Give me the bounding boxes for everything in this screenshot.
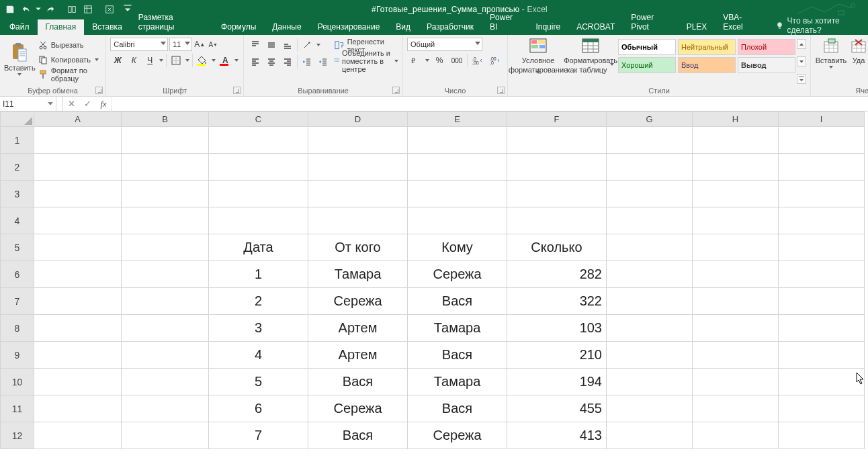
insert-function-button[interactable]: fx bbox=[95, 99, 112, 109]
cell-G11[interactable] bbox=[607, 395, 693, 422]
row-header-7[interactable]: 7 bbox=[1, 288, 34, 315]
cell-C8[interactable]: 3 bbox=[209, 315, 308, 342]
cell-C5[interactable]: Дата bbox=[209, 234, 308, 261]
tab-developer[interactable]: Разработчик bbox=[419, 19, 482, 35]
number-format-combo[interactable]: Общий bbox=[407, 38, 482, 51]
chevron-down-icon[interactable] bbox=[159, 59, 164, 62]
select-all-corner[interactable] bbox=[1, 112, 34, 127]
cell-H6[interactable] bbox=[693, 261, 779, 288]
cell-H2[interactable] bbox=[693, 154, 779, 181]
cell-A9[interactable] bbox=[34, 342, 122, 369]
cell-H10[interactable] bbox=[693, 369, 779, 395]
cell-G8[interactable] bbox=[607, 315, 693, 342]
row-header-2[interactable]: 2 bbox=[1, 154, 34, 181]
cell-G10[interactable] bbox=[607, 369, 693, 395]
cell-I9[interactable] bbox=[779, 342, 865, 369]
style-cell-4[interactable]: Ввод bbox=[678, 57, 736, 73]
percent-button[interactable]: % bbox=[431, 53, 447, 68]
column-header-C[interactable]: C bbox=[209, 112, 308, 127]
chevron-down-icon[interactable] bbox=[316, 44, 321, 46]
cell-I1[interactable] bbox=[779, 127, 865, 154]
italic-button[interactable]: К bbox=[126, 53, 141, 68]
cell-B4[interactable] bbox=[122, 207, 209, 234]
cell-I11[interactable] bbox=[779, 395, 865, 422]
dialog-launcher-icon[interactable] bbox=[233, 87, 241, 94]
cell-D8[interactable]: Артем bbox=[308, 315, 408, 342]
cell-E8[interactable]: Тамара bbox=[408, 315, 507, 342]
cell-C12[interactable]: 7 bbox=[209, 422, 308, 449]
cell-F5[interactable]: Сколько bbox=[507, 234, 607, 261]
row-header-3[interactable]: 3 bbox=[1, 181, 34, 207]
dialog-launcher-icon[interactable] bbox=[497, 87, 505, 94]
align-middle-button[interactable] bbox=[264, 38, 279, 52]
cell-A11[interactable] bbox=[34, 395, 122, 422]
cell-E12[interactable]: Сережа bbox=[408, 422, 507, 449]
cell-F8[interactable]: 103 bbox=[507, 315, 607, 342]
cell-styles-gallery[interactable]: ОбычныйНейтральныйПлохойХорошийВводВывод bbox=[617, 38, 797, 85]
tab-plex[interactable]: PLEX bbox=[679, 19, 715, 35]
cell-H11[interactable] bbox=[693, 395, 779, 422]
cell-F3[interactable] bbox=[507, 181, 607, 207]
qat-icon-2[interactable] bbox=[81, 2, 95, 17]
cell-D1[interactable] bbox=[308, 127, 408, 154]
cut-button[interactable]: Вырезать bbox=[38, 39, 101, 51]
cell-E3[interactable] bbox=[408, 181, 507, 207]
cell-A6[interactable] bbox=[34, 261, 122, 288]
cell-D11[interactable]: Сережа bbox=[308, 395, 408, 422]
row-header-11[interactable]: 11 bbox=[1, 395, 34, 422]
cell-H12[interactable] bbox=[693, 422, 779, 449]
conditional-formatting-button[interactable]: Условное форматирование bbox=[512, 38, 564, 81]
cell-B6[interactable] bbox=[122, 261, 209, 288]
column-header-D[interactable]: D bbox=[308, 112, 408, 127]
accounting-format-button[interactable]: ₽ bbox=[407, 53, 423, 68]
cancel-formula-button[interactable]: ✕ bbox=[63, 99, 79, 109]
undo-dropdown-icon[interactable] bbox=[35, 2, 42, 17]
borders-button[interactable] bbox=[169, 53, 183, 68]
cell-B11[interactable] bbox=[122, 395, 209, 422]
font-color-button[interactable]: A bbox=[218, 53, 232, 68]
font-name-combo[interactable]: Calibri bbox=[110, 38, 168, 51]
cell-A4[interactable] bbox=[34, 207, 122, 234]
cell-B12[interactable] bbox=[122, 422, 209, 449]
tab-page-layout[interactable]: Разметка страницы bbox=[130, 10, 213, 35]
chevron-down-icon[interactable] bbox=[425, 59, 430, 62]
cell-H8[interactable] bbox=[693, 315, 779, 342]
cell-D7[interactable]: Сережа bbox=[308, 288, 408, 315]
cell-D3[interactable] bbox=[308, 181, 408, 207]
cell-D12[interactable]: Вася bbox=[308, 422, 408, 449]
name-box[interactable]: I11 bbox=[0, 97, 56, 111]
cell-H9[interactable] bbox=[693, 342, 779, 369]
row-header-5[interactable]: 5 bbox=[1, 234, 34, 261]
cell-B8[interactable] bbox=[122, 315, 209, 342]
style-cell-3[interactable]: Хороший bbox=[618, 57, 676, 73]
tab-acrobat[interactable]: ACROBAT bbox=[568, 19, 623, 35]
tab-view[interactable]: Вид bbox=[388, 19, 419, 35]
tab-vbaexcel[interactable]: VBA-Excel bbox=[715, 10, 766, 35]
cell-F12[interactable]: 413 bbox=[507, 422, 607, 449]
cell-I8[interactable] bbox=[779, 315, 865, 342]
dialog-launcher-icon[interactable] bbox=[95, 87, 103, 94]
chevron-down-icon[interactable] bbox=[211, 59, 216, 62]
tab-data[interactable]: Данные bbox=[264, 19, 309, 35]
cell-G2[interactable] bbox=[607, 154, 693, 181]
decrease-font-button[interactable]: A▼ bbox=[207, 38, 219, 51]
cell-E10[interactable]: Тамара bbox=[408, 369, 507, 395]
cell-C9[interactable]: 4 bbox=[209, 342, 308, 369]
styles-scroll-down-button[interactable] bbox=[797, 56, 806, 66]
tab-inquire[interactable]: Inquire bbox=[527, 19, 568, 35]
orientation-button[interactable] bbox=[300, 38, 314, 52]
cell-G7[interactable] bbox=[607, 288, 693, 315]
bold-button[interactable]: Ж bbox=[110, 53, 125, 68]
cell-G12[interactable] bbox=[607, 422, 693, 449]
style-cell-2[interactable]: Плохой bbox=[738, 39, 795, 55]
align-center-button[interactable] bbox=[264, 54, 279, 69]
undo-icon[interactable] bbox=[19, 2, 34, 17]
cell-C10[interactable]: 5 bbox=[209, 369, 308, 395]
column-header-I[interactable]: I bbox=[779, 112, 865, 127]
cell-D9[interactable]: Артем bbox=[308, 342, 408, 369]
cell-B7[interactable] bbox=[122, 288, 209, 315]
cell-D2[interactable] bbox=[308, 154, 408, 181]
cell-F2[interactable] bbox=[507, 154, 607, 181]
paste-button[interactable]: Вставить bbox=[4, 38, 36, 81]
cell-A5[interactable] bbox=[34, 234, 122, 261]
